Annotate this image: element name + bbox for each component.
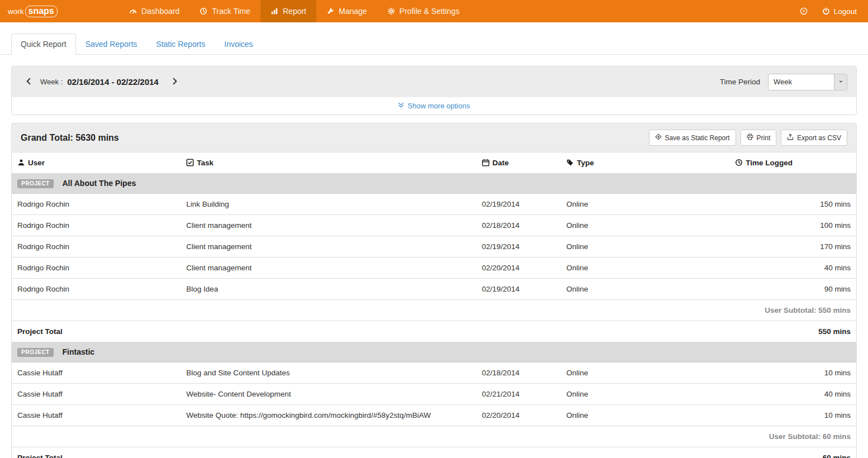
cell-time: 90 mins [729,279,856,300]
show-more-row: Show more options [12,97,856,115]
cell-date: 02/19/2014 [476,194,561,215]
cell-user: Cassie Hutaff [12,384,181,405]
navbar-right: ? Logout [800,0,868,22]
cell-user: Cassie Hutaff [12,405,181,426]
tab-saved-reports[interactable]: Saved Reports [76,34,147,55]
export-csv-button[interactable]: Export as CSV [781,130,847,146]
cell-type: Online [561,279,729,300]
table-row: Rodrigo Rochin Client management 02/19/2… [12,236,856,257]
cell-task: Client management [181,236,476,257]
nav-report[interactable]: Report [260,0,316,22]
week-date-range: 02/16/2014 - 02/22/2014 [67,77,158,87]
cell-task: Blog Idea [181,279,476,300]
brand-snaps: snaps [25,6,58,17]
task-icon [186,159,197,167]
time-period-label: Time Period [720,78,760,86]
week-selector-row: Week : 02/16/2014 - 02/22/2014 Time Peri… [12,66,856,97]
calendar-icon [482,159,492,167]
cell-task: Client management [181,257,476,279]
project-total-row: Project Total 550 mins [12,321,856,342]
column-header-type: Type [561,152,729,174]
main-nav: Dashboard Track Time Report Manage Profi… [119,0,469,22]
nav-track-time[interactable]: Track Time [189,0,260,22]
logout-button[interactable]: Logout [822,7,857,16]
help-button[interactable]: ? [800,7,808,16]
column-header-date: Date [476,152,561,174]
caret-down-icon [834,74,847,90]
clock-icon [735,159,746,167]
show-more-options-link[interactable]: Show more options [398,102,469,110]
chevron-left-icon [25,78,32,87]
save-static-icon [655,133,662,142]
nav-track-time-label: Track Time [212,7,250,16]
tab-invoices[interactable]: Invoices [215,34,262,55]
export-icon [787,133,794,142]
user-subtotal: User Subtotal: 60 mins [12,426,856,447]
save-static-report-button[interactable]: Save as Static Report [649,130,736,146]
previous-week-button[interactable] [21,75,37,89]
project-name: Fintastic [63,347,95,356]
logout-label: Logout [834,7,857,16]
print-label: Print [757,134,771,142]
brand-logo[interactable]: worksnaps [0,0,65,22]
cell-task: Website Quote: https://gomockingbird.com… [181,405,476,426]
week-selector-panel: Week : 02/16/2014 - 02/22/2014 Time Peri… [11,66,857,115]
cell-user: Rodrigo Rochin [12,236,181,257]
cell-date: 02/21/2014 [476,384,561,405]
cell-time: 40 mins [729,257,856,279]
show-more-options-label: Show more options [407,102,469,110]
tab-quick-report[interactable]: Quick Report [11,34,76,55]
cell-date: 02/20/2014 [476,257,561,279]
user-subtotal: User Subtotal: 550 mins [12,300,856,321]
cell-date: 02/19/2014 [476,236,561,257]
column-header-user: User [12,152,181,174]
nav-dashboard-label: Dashboard [141,7,180,16]
logout-icon [822,7,830,16]
time-period-select[interactable]: Week [768,74,847,90]
cell-time: 10 mins [729,362,856,384]
cell-time: 40 mins [729,384,856,405]
cell-user: Rodrigo Rochin [12,257,181,279]
export-csv-label: Export as CSV [797,134,841,142]
cell-date: 02/19/2014 [476,279,561,300]
cell-type: Online [561,362,729,384]
column-header-time-logged: Time Logged [729,152,856,174]
nav-report-label: Report [283,7,306,16]
nav-profile-settings-label: Profile & Settings [400,7,459,16]
next-week-button[interactable] [167,75,183,89]
cell-user: Rodrigo Rochin [12,194,181,215]
cell-user: Rodrigo Rochin [12,279,181,300]
user-icon [17,159,28,167]
cell-type: Online [561,257,729,279]
dashboard-icon [129,7,137,16]
cell-type: Online [561,384,729,405]
gear-icon [387,7,395,16]
table-header-row: User Task Date Type Time Logged [12,152,856,174]
cell-type: Online [561,236,729,257]
project-total-row: Project Total 60 mins [12,447,856,458]
project-total-value: 550 mins [729,321,856,342]
clock-icon [200,7,207,16]
bar-chart-icon [271,7,278,16]
report-tabs: Quick Report Saved Reports Static Report… [0,34,868,55]
report-actions: Save as Static Report Print Export as CS… [649,130,847,146]
nav-dashboard[interactable]: Dashboard [119,0,190,22]
cell-task: Link Building [181,194,476,215]
nav-profile-settings[interactable]: Profile & Settings [377,0,469,22]
user-subtotal-row: User Subtotal: 60 mins [12,426,856,447]
cell-task: Blog and Site Content Updates [181,362,476,384]
help-icon: ? [800,7,808,16]
cell-user: Rodrigo Rochin [12,215,181,236]
nav-manage[interactable]: Manage [316,0,377,22]
report-panel: Grand Total: 5630 mins Save as Static Re… [11,123,857,458]
project-header: PROJECT Fintastic [12,342,856,362]
report-table: User Task Date Type Time Logged [12,152,856,458]
time-period-group: Time Period Week [720,74,847,90]
table-row: Rodrigo Rochin Link Building 02/19/2014 … [12,194,856,215]
table-row: Cassie Hutaff Blog and Site Content Upda… [12,362,856,384]
cell-date: 02/18/2014 [476,215,561,236]
print-button[interactable]: Print [741,130,777,146]
brand-work: work [8,7,24,16]
tab-static-reports[interactable]: Static Reports [146,34,215,55]
cell-date: 02/20/2014 [476,405,561,426]
